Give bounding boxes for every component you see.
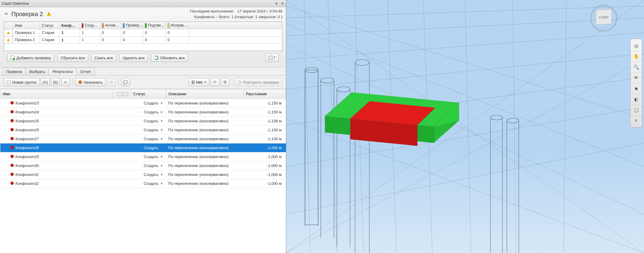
clash-status-cell[interactable]: Создать ▼	[131, 170, 166, 179]
assign-button[interactable]: Назначить	[75, 78, 106, 86]
tests-row[interactable]: Проверка 1Старая110000	[4, 29, 282, 37]
ungroup-button[interactable]: ⨯	[61, 78, 70, 86]
walk-icon[interactable]: ■	[631, 83, 642, 94]
col-confirmed[interactable]: Подтве…	[143, 22, 166, 29]
warning-icon	[7, 31, 10, 34]
clash-status-cell[interactable]: Создать ▼	[131, 99, 166, 108]
add-test-button[interactable]: Добавить проверку	[7, 54, 54, 62]
clash-distance-cell: -1,000 м	[244, 179, 286, 188]
clash-description-cell: По пересечению (консервативно)	[166, 108, 243, 117]
clash-status-cell[interactable]: Создать ▼	[131, 126, 166, 135]
clash-detective-panel: Clash Detective ▾ ✕ Проверка 2 Последнее…	[0, 0, 286, 253]
collapse-header-icon[interactable]	[4, 11, 9, 17]
clash-status-cell[interactable]: Создать ▼	[131, 135, 166, 143]
col-fixed[interactable]: Исправ…	[166, 22, 189, 29]
select-icon[interactable]: ↖	[631, 115, 642, 126]
tests-header-row: Имя Статус Конф… Созд… Актив… Провер… По…	[4, 22, 282, 29]
unassign-button[interactable]: ✕	[107, 78, 116, 86]
panel-close-icon[interactable]: ✕	[281, 1, 284, 6]
results-table: Имя Статус Описание Расстояние Конфликт2…	[0, 89, 286, 188]
results-row[interactable]: Конфликт24Создать ▼По пересечению (консе…	[0, 108, 286, 117]
rerun-button[interactable]: Повторить проверку	[235, 78, 282, 86]
clash-status-cell[interactable]: Создать ▼	[131, 108, 166, 117]
clash-status-cell[interactable]: Создать ▼	[131, 152, 166, 161]
test-confirmed-cell: 0	[143, 36, 166, 44]
clash-name-cell: Конфликт29	[0, 152, 113, 161]
color-tag-active	[102, 23, 104, 28]
results-row[interactable]: Конфликт30Создать ▼По пересечению (консе…	[0, 161, 286, 170]
clash-description-cell: По пересечению (консервативно)	[166, 99, 243, 108]
results-row[interactable]: Конфликт27Создать ▼По пересечению (консе…	[0, 135, 286, 143]
group-by-a-button[interactable]: [A]	[41, 78, 50, 86]
tab-rules[interactable]: Правила	[2, 68, 26, 75]
results-scroll[interactable]: Имя Статус Описание Расстояние Конфликт2…	[0, 89, 286, 253]
import-export-button[interactable]	[265, 54, 279, 62]
col-name[interactable]: Имя	[13, 22, 40, 29]
reset-all-button[interactable]: Сбросить все	[57, 54, 88, 62]
col-conflicts[interactable]: Конф…	[60, 22, 80, 29]
warning-icon	[47, 12, 51, 16]
tab-results[interactable]: Результаты	[49, 68, 77, 75]
results-row[interactable]: Конфликт28Создать ▼По пересечению (консе…	[0, 143, 286, 152]
col-active[interactable]: Актив…	[100, 22, 121, 29]
tests-table: Имя Статус Конф… Созд… Актив… Провер… По…	[4, 21, 282, 51]
results-row[interactable]: Конфликт29Создать ▼По пересечению (консе…	[0, 152, 286, 161]
view-cube[interactable]: Сзади	[590, 5, 617, 32]
tab-select[interactable]: Выбрать	[26, 68, 49, 75]
3d-viewport[interactable]: Сзади ◎ ✋ 🔍 👁 ■ ◐ ▢ ↖	[286, 0, 644, 253]
test-conflicts-cell: 1	[60, 36, 80, 44]
clash-status-dot-icon	[10, 119, 14, 122]
tests-toolbar: Добавить проверку Сбросить все Сжать все…	[4, 51, 282, 64]
pan-icon[interactable]: ✋	[631, 51, 642, 62]
rescol-distance[interactable]: Расстояние	[244, 89, 286, 99]
color-tag-create	[82, 23, 83, 28]
rescol-status[interactable]: Статус	[131, 89, 166, 99]
fly-icon[interactable]: ◐	[631, 94, 642, 104]
tab-report[interactable]: Отчет	[77, 68, 95, 75]
comment-button[interactable]: 💬	[121, 78, 130, 86]
section-icon[interactable]: ▢	[631, 104, 642, 115]
update-all-button[interactable]: Обновить все	[151, 54, 188, 62]
isolate-prev-button[interactable]: ↶	[210, 78, 219, 86]
clash-name-cell: Конфликт31	[0, 170, 113, 179]
filter-icon: ☰	[191, 80, 195, 85]
clash-status-dot-icon	[10, 164, 14, 167]
rescol-name[interactable]: Имя	[0, 89, 113, 99]
view-cube-face[interactable]: Сзади	[596, 9, 612, 25]
clash-status-cell[interactable]: Создать ▼	[131, 179, 166, 188]
results-row[interactable]: Конфликт32Создать ▼По пересечению (консе…	[0, 179, 286, 188]
clash-status-dot-icon	[10, 173, 14, 176]
color-tag-confirmed	[145, 23, 147, 28]
tests-row[interactable]: Проверка 2Старая110000	[4, 36, 282, 44]
delete-all-button[interactable]: Удалить все	[119, 54, 148, 62]
svg-point-38	[507, 118, 519, 123]
results-row[interactable]: Конфликт23Создать ▼По пересечению (консе…	[0, 99, 286, 108]
col-status[interactable]: Статус	[40, 22, 60, 29]
results-row[interactable]: Конфликт31Создать ▼По пересечению (консе…	[0, 170, 286, 179]
new-group-button[interactable]: Новая группа	[4, 78, 40, 86]
clash-distance-cell: -1,000 м	[244, 170, 286, 179]
filter-none-dropdown[interactable]: ☰ Нет ▼	[189, 78, 209, 86]
panel-titlebar[interactable]: Clash Detective ▾ ✕	[0, 0, 286, 7]
rescol-icons[interactable]	[113, 89, 131, 99]
last-run-value: 17 апреля 2024 г. 0:54:46	[237, 9, 282, 13]
warning-icon	[7, 38, 10, 41]
new-group-icon	[7, 80, 10, 84]
results-row[interactable]: Конфликт25Создать ▼По пересечению (консе…	[0, 117, 286, 126]
clash-status-cell[interactable]: Создать ▼	[131, 161, 166, 170]
group-by-b-button[interactable]: [B]	[51, 78, 60, 86]
look-icon[interactable]: 👁	[631, 72, 642, 83]
panel-pin-icon[interactable]: ▾	[275, 1, 278, 6]
rescol-description[interactable]: Описание	[166, 89, 243, 99]
clash-status-cell[interactable]: Создать ▼	[131, 117, 166, 126]
clash-status-cell[interactable]: Создать ▼	[131, 143, 166, 152]
results-row[interactable]: Конфликт26Создать ▼По пересечению (консе…	[0, 126, 286, 135]
collapse-all-button[interactable]: Сжать все	[91, 54, 116, 62]
isolate-next-button[interactable]: ⧉	[221, 78, 230, 86]
test-checked-cell: 0	[121, 36, 143, 44]
test-fixed-cell: 0	[166, 36, 189, 44]
col-create[interactable]: Созд…	[80, 22, 100, 29]
zoom-icon[interactable]: 🔍	[631, 62, 642, 72]
orbit-icon[interactable]: ◎	[631, 40, 642, 51]
col-checked[interactable]: Провер…	[121, 22, 143, 29]
